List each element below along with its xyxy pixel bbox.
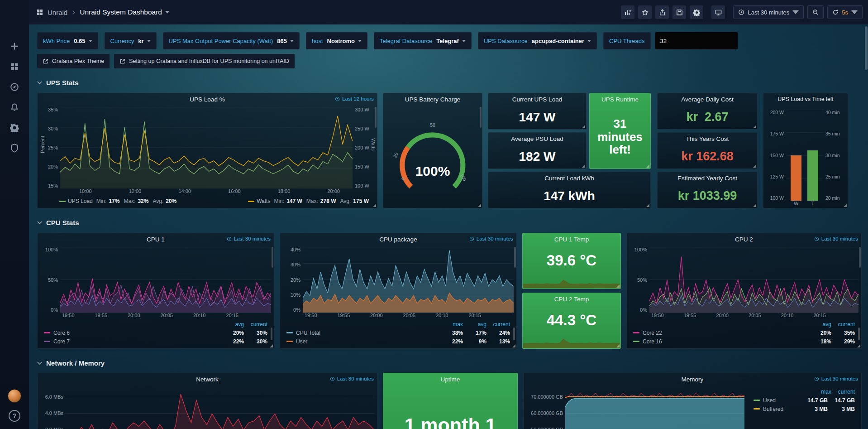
- dashboard-title-dropdown[interactable]: Unraid System Dashboard: [80, 8, 169, 16]
- panel-time-range[interactable]: Last 30 minutes: [814, 236, 858, 241]
- alerting-bell-icon[interactable]: [10, 103, 19, 112]
- grafana-logo-icon[interactable]: [6, 5, 23, 22]
- panel-title[interactable]: Average PSU Load: [511, 135, 563, 142]
- variable-ups-max-output[interactable]: UPS Max Output Power Capacity (Watt) 865: [163, 32, 300, 49]
- panel-title[interactable]: CPU package: [379, 236, 417, 243]
- clock-icon: [738, 9, 744, 15]
- legend-sort-header[interactable]: avg: [808, 321, 831, 328]
- bar-chart-plot[interactable]: [786, 110, 823, 201]
- variable-telegraf-datasource[interactable]: Telegraf Datasource Telegraf: [374, 32, 472, 49]
- legend-sort-header[interactable]: current: [831, 389, 855, 395]
- panel-title[interactable]: CPU 1 Temp: [554, 236, 589, 243]
- panel-time-range[interactable]: Last 30 minutes: [814, 376, 858, 381]
- axis-tick-label: 10%: [291, 292, 300, 298]
- panel-title[interactable]: CPU 2 Temp: [554, 296, 589, 303]
- axis-tick-label: 20:10: [436, 313, 448, 320]
- legend-sort-header[interactable]: current: [244, 321, 267, 328]
- axis-tick-label: 30%: [291, 262, 300, 267]
- breadcrumb-folder[interactable]: Unraid: [48, 9, 67, 16]
- link-grafana-plex-theme[interactable]: Grafana Plex Theme: [37, 54, 110, 68]
- panel-time-range[interactable]: Last 12 hours: [335, 96, 374, 101]
- time-range-picker[interactable]: Last 30 minutes: [733, 5, 804, 19]
- panel-title[interactable]: CPU 1: [147, 236, 165, 243]
- legend-sort-header[interactable]: avg: [463, 321, 486, 328]
- legend-sort-header[interactable]: max: [808, 389, 831, 395]
- axis-tick-label: 0%: [640, 307, 647, 313]
- axis-tick-label: 25 min: [825, 174, 840, 179]
- dashboards-icon[interactable]: [10, 62, 19, 71]
- server-admin-shield-icon[interactable]: [10, 144, 19, 153]
- cpu-package-graph[interactable]: [303, 247, 514, 313]
- legend-sort-header[interactable]: max: [439, 321, 463, 328]
- axis-tick-label: 14:00: [178, 188, 191, 196]
- link-ups-monitoring-guide[interactable]: Setting up Grafana and InfluxDB for UPS …: [114, 54, 295, 68]
- panel-time-range[interactable]: Last 30 minutes: [330, 376, 374, 381]
- panel-title[interactable]: UPS Load %: [190, 96, 224, 103]
- panel-title[interactable]: Current UPS Load: [512, 96, 562, 103]
- explore-compass-icon[interactable]: [10, 82, 19, 92]
- configuration-gear-icon[interactable]: [10, 123, 19, 132]
- variable-currency[interactable]: Currency kr: [105, 32, 157, 49]
- variable-ups-datasource[interactable]: UPS Datasource apcupsd-container: [478, 32, 597, 49]
- cycle-view-mode-button[interactable]: [711, 5, 725, 19]
- legend-row: Core 7 22% 30%: [44, 337, 267, 346]
- dashboard-grid-icon[interactable]: [36, 9, 43, 16]
- row-header-network-memory[interactable]: Network / Memory: [37, 358, 862, 368]
- legend-sort-header[interactable]: avg: [220, 321, 244, 328]
- memory-graph[interactable]: [565, 387, 744, 429]
- panel-title[interactable]: Memory: [682, 376, 704, 383]
- panel-title[interactable]: Uptime: [441, 376, 460, 383]
- panel-title[interactable]: Average Daily Cost: [681, 96, 733, 103]
- legend-series-name[interactable]: Watts: [257, 198, 270, 204]
- zoom-out-icon: [812, 9, 819, 15]
- graph-legend: UPS Load Min:17% Max:32% Avg:20% Watts M…: [38, 196, 377, 208]
- star-dashboard-button[interactable]: [638, 5, 652, 19]
- axis-tick-label: 20:15: [813, 313, 826, 320]
- legend-sort-header[interactable]: current: [831, 321, 855, 328]
- axis-tick-label: 19:55: [684, 313, 696, 320]
- share-dashboard-button[interactable]: [655, 5, 669, 19]
- add-panel-button[interactable]: [621, 5, 634, 19]
- cpu1-graph[interactable]: [60, 247, 271, 313]
- axis-tick-label: 20%: [291, 277, 300, 283]
- refresh-picker[interactable]: 5s: [827, 5, 863, 19]
- panel-time-range[interactable]: Last 30 minutes: [227, 236, 271, 241]
- cpu2-graph[interactable]: [649, 247, 858, 313]
- row-header-cpu-stats[interactable]: CPU Stats: [37, 217, 862, 227]
- variable-kwh-price[interactable]: kWh Price 0.65: [37, 32, 98, 49]
- cpu-threads-input[interactable]: [655, 32, 738, 49]
- breadcrumb: Unraid Unraid System Dashboard: [36, 8, 169, 16]
- ups-load-graph[interactable]: [60, 107, 353, 188]
- row-header-ups-stats[interactable]: UPS Stats: [37, 77, 862, 87]
- help-icon[interactable]: ?: [9, 410, 20, 422]
- zoom-out-time-button[interactable]: [807, 5, 824, 19]
- panel-title[interactable]: UPS Battery Charge: [405, 96, 460, 103]
- panel-title[interactable]: UPS Runtime: [601, 96, 639, 103]
- create-icon[interactable]: [10, 42, 19, 51]
- variable-value: Telegraf: [436, 38, 459, 44]
- variable-label: UPS Max Output Power Capacity (Watt): [169, 38, 273, 44]
- network-graph[interactable]: [66, 387, 374, 429]
- panel-uptime: Uptime 1 month 1: [383, 373, 518, 429]
- row-title: UPS Stats: [46, 79, 79, 87]
- panel-cpu1-temp: CPU 1 Temp 39.6 °C: [522, 233, 621, 289]
- dashboard-settings-button[interactable]: [690, 5, 703, 19]
- axis-tick-label: 100%: [45, 247, 58, 252]
- panel-title[interactable]: Estimated Yearly Cost: [677, 175, 737, 182]
- axis-tick-label: 20:00: [370, 313, 383, 320]
- variable-host[interactable]: host Nostromo: [306, 32, 367, 49]
- chevron-down-icon: [37, 221, 42, 224]
- panel-title[interactable]: Network: [196, 376, 219, 383]
- panel-title[interactable]: This Years Cost: [686, 135, 729, 142]
- legend-series-name[interactable]: UPS Load: [68, 198, 93, 204]
- panel-title[interactable]: CPU 2: [735, 236, 753, 243]
- legend-sort-header[interactable]: current: [486, 321, 510, 328]
- save-dashboard-button[interactable]: [672, 5, 686, 19]
- scrollbar-thumb[interactable]: [865, 26, 868, 70]
- user-avatar[interactable]: [8, 389, 21, 403]
- panel-title[interactable]: Current Load kWh: [544, 175, 594, 182]
- axis-tick-label: 15%: [48, 183, 58, 188]
- panel-time-range[interactable]: Last 30 minutes: [469, 236, 513, 241]
- panel-cpu2: CPU 2 Last 30 minutes 100%50%0% 19:5019:…: [626, 233, 862, 349]
- panel-title[interactable]: UPS Load vs Time left: [777, 96, 834, 102]
